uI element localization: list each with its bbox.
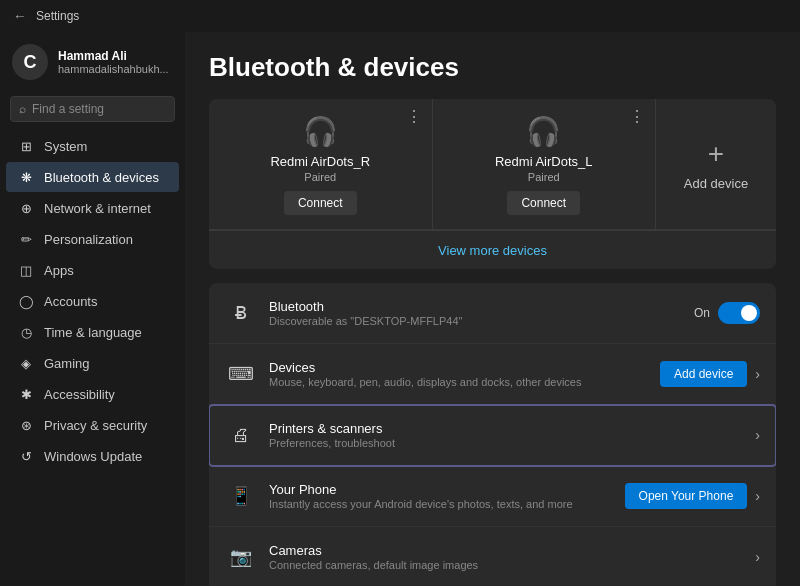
search-icon: ⌕ (19, 102, 26, 116)
device-icon-redmi-r: 🎧 (303, 115, 338, 148)
settings-row-printers[interactable]: 🖨 Printers & scanners Preferences, troub… (209, 405, 776, 466)
row-desc-bluetooth: Discoverable as "DESKTOP-MFFLP44" (269, 315, 694, 327)
chevron-icon-your-phone: › (755, 488, 760, 504)
sidebar-item-gaming[interactable]: ◈ Gaming (6, 348, 179, 378)
row-title-your-phone: Your Phone (269, 482, 625, 497)
toggle-label-bluetooth: On (694, 306, 710, 320)
content-area: Bluetooth & devices ⋮ 🎧 Redmi AirDots_R … (185, 32, 800, 586)
device-cards-container: ⋮ 🎧 Redmi AirDots_R Paired Connect ⋮ 🎧 R… (209, 99, 776, 230)
titlebar-title: Settings (36, 9, 79, 23)
user-name: Hammad Ali (58, 49, 169, 63)
bluetooth-icon: ❋ (18, 169, 34, 185)
add-device-card[interactable]: + Add device (656, 99, 776, 229)
titlebar: ← Settings (0, 0, 800, 32)
add-device-label: Add device (684, 176, 748, 191)
row-desc-devices: Mouse, keyboard, pen, audio, displays an… (269, 376, 660, 388)
search-input[interactable] (32, 102, 166, 116)
action-button-devices[interactable]: Add device (660, 361, 747, 387)
settings-section: Ƀ Bluetooth Discoverable as "DESKTOP-MFF… (209, 283, 776, 586)
row-text-printers: Printers & scanners Preferences, trouble… (269, 421, 755, 449)
device-name-redmi-r: Redmi AirDots_R (270, 154, 370, 169)
sidebar-item-label: Gaming (44, 356, 90, 371)
row-icon-printers: 🖨 (225, 419, 257, 451)
sidebar-item-bluetooth[interactable]: ❋ Bluetooth & devices (6, 162, 179, 192)
connect-button-redmi-l[interactable]: Connect (507, 191, 580, 215)
row-text-devices: Devices Mouse, keyboard, pen, audio, dis… (269, 360, 660, 388)
row-icon-bluetooth: Ƀ (225, 297, 257, 329)
sidebar-item-accessibility[interactable]: ✱ Accessibility (6, 379, 179, 409)
sidebar-item-apps[interactable]: ◫ Apps (6, 255, 179, 285)
gaming-icon: ◈ (18, 355, 34, 371)
action-button-your-phone[interactable]: Open Your Phone (625, 483, 748, 509)
accessibility-icon: ✱ (18, 386, 34, 402)
row-title-cameras: Cameras (269, 543, 755, 558)
user-info: Hammad Ali hammadalishahbukh... (58, 49, 169, 75)
sidebar: C Hammad Ali hammadalishahbukh... ⌕ ⊞ Sy… (0, 32, 185, 586)
sidebar-item-label: Network & internet (44, 201, 151, 216)
time-icon: ◷ (18, 324, 34, 340)
sidebar-item-time[interactable]: ◷ Time & language (6, 317, 179, 347)
sidebar-item-update[interactable]: ↺ Windows Update (6, 441, 179, 471)
avatar: C (12, 44, 48, 80)
row-action-your-phone: Open Your Phone › (625, 483, 760, 509)
row-text-cameras: Cameras Connected cameras, default image… (269, 543, 755, 571)
row-text-bluetooth: Bluetooth Discoverable as "DESKTOP-MFFLP… (269, 299, 694, 327)
device-status-redmi-r: Paired (304, 171, 336, 183)
sidebar-item-label: Time & language (44, 325, 142, 340)
sidebar-item-label: Bluetooth & devices (44, 170, 159, 185)
device-name-redmi-l: Redmi AirDots_L (495, 154, 593, 169)
row-title-devices: Devices (269, 360, 660, 375)
view-more-link[interactable]: View more devices (438, 243, 547, 258)
nav-list: ⊞ System ❋ Bluetooth & devices ⊕ Network… (0, 130, 185, 472)
device-status-redmi-l: Paired (528, 171, 560, 183)
add-device-plus-icon: + (708, 138, 724, 170)
chevron-icon-printers: › (755, 427, 760, 443)
page-title: Bluetooth & devices (209, 52, 776, 83)
sidebar-item-label: Accessibility (44, 387, 115, 402)
system-icon: ⊞ (18, 138, 34, 154)
settings-row-cameras[interactable]: 📷 Cameras Connected cameras, default ima… (209, 527, 776, 586)
settings-rows: Ƀ Bluetooth Discoverable as "DESKTOP-MFF… (209, 283, 776, 586)
user-profile[interactable]: C Hammad Ali hammadalishahbukh... (0, 36, 185, 88)
sidebar-item-network[interactable]: ⊕ Network & internet (6, 193, 179, 223)
row-title-printers: Printers & scanners (269, 421, 755, 436)
network-icon: ⊕ (18, 200, 34, 216)
row-desc-printers: Preferences, troubleshoot (269, 437, 755, 449)
main-layout: C Hammad Ali hammadalishahbukh... ⌕ ⊞ Sy… (0, 32, 800, 586)
sidebar-item-label: Privacy & security (44, 418, 147, 433)
chevron-icon-cameras: › (755, 549, 760, 565)
device-card-redmi-l: ⋮ 🎧 Redmi AirDots_L Paired Connect (433, 99, 657, 229)
row-icon-your-phone: 📱 (225, 480, 257, 512)
sidebar-item-privacy[interactable]: ⊛ Privacy & security (6, 410, 179, 440)
search-box[interactable]: ⌕ (10, 96, 175, 122)
row-text-your-phone: Your Phone Instantly access your Android… (269, 482, 625, 510)
settings-row-bluetooth[interactable]: Ƀ Bluetooth Discoverable as "DESKTOP-MFF… (209, 283, 776, 344)
update-icon: ↺ (18, 448, 34, 464)
device-menu-redmi-r[interactable]: ⋮ (406, 107, 422, 126)
sidebar-item-system[interactable]: ⊞ System (6, 131, 179, 161)
device-menu-redmi-l[interactable]: ⋮ (629, 107, 645, 126)
apps-icon: ◫ (18, 262, 34, 278)
sidebar-item-label: Accounts (44, 294, 97, 309)
row-desc-cameras: Connected cameras, default image images (269, 559, 755, 571)
privacy-icon: ⊛ (18, 417, 34, 433)
settings-row-your-phone[interactable]: 📱 Your Phone Instantly access your Andro… (209, 466, 776, 527)
row-title-bluetooth: Bluetooth (269, 299, 694, 314)
toggle-action-bluetooth: On (694, 302, 760, 324)
row-icon-cameras: 📷 (225, 541, 257, 573)
toggle-bluetooth[interactable] (718, 302, 760, 324)
personalization-icon: ✏ (18, 231, 34, 247)
view-more-row: View more devices (209, 230, 776, 269)
device-icon-redmi-l: 🎧 (526, 115, 561, 148)
sidebar-item-label: Apps (44, 263, 74, 278)
sidebar-item-personalization[interactable]: ✏ Personalization (6, 224, 179, 254)
sidebar-item-label: Personalization (44, 232, 133, 247)
row-icon-devices: ⌨ (225, 358, 257, 390)
sidebar-item-label: Windows Update (44, 449, 142, 464)
row-action-devices: Add device › (660, 361, 760, 387)
sidebar-item-accounts[interactable]: ◯ Accounts (6, 286, 179, 316)
connect-button-redmi-r[interactable]: Connect (284, 191, 357, 215)
user-email: hammadalishahbukh... (58, 63, 169, 75)
back-button[interactable]: ← (12, 8, 28, 24)
settings-row-devices[interactable]: ⌨ Devices Mouse, keyboard, pen, audio, d… (209, 344, 776, 405)
